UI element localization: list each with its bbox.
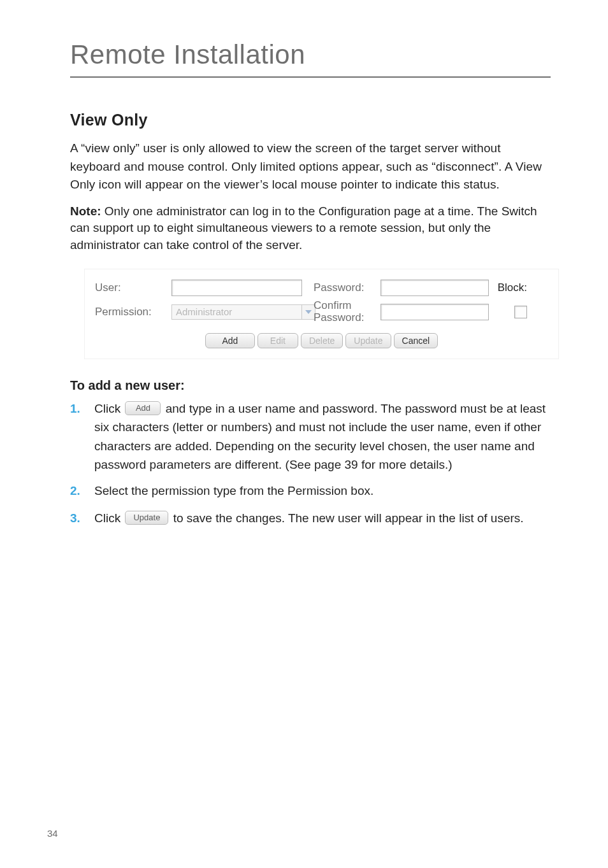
steps-list: 1. Click Add and type in a user name and…: [70, 399, 551, 529]
paragraph-view-only: A “view only” user is only allowed to vi…: [70, 139, 551, 194]
note-paragraph: Note: Only one administrator can log in …: [70, 203, 551, 254]
button-row: Add Edit Delete Update Cancel: [85, 324, 558, 352]
edit-button[interactable]: Edit: [257, 333, 298, 348]
step-number: 2.: [70, 481, 94, 501]
user-label: User:: [95, 281, 171, 294]
confirm-password-label: Confirm Password:: [314, 300, 380, 324]
list-item: 1. Click Add and type in a user name and…: [70, 399, 551, 474]
block-label: Block:: [489, 282, 527, 293]
confirm-password-input[interactable]: [380, 304, 489, 320]
step1-post: and type in a user name and password. Th…: [94, 402, 546, 471]
section-heading-view-only: View Only: [70, 111, 551, 129]
cancel-button[interactable]: Cancel: [394, 333, 438, 348]
page-number: 34: [47, 828, 58, 839]
delete-button[interactable]: Delete: [301, 333, 343, 348]
step2-text: Select the permission type from the Perm…: [94, 481, 373, 500]
list-item: 3. Click Update to save the changes. The…: [70, 509, 551, 528]
list-item: 2. Select the permission type from the P…: [70, 481, 551, 501]
permission-label: Permission:: [95, 306, 171, 318]
permission-value: Administrator: [176, 306, 232, 317]
title-rule: [70, 76, 551, 78]
sub-heading-add-user: To add a new user:: [70, 378, 551, 393]
permission-dropdown[interactable]: Administrator: [171, 304, 302, 320]
step3-post: to save the changes. The new user will a…: [170, 511, 523, 525]
chapter-title: Remote Installation: [70, 39, 551, 70]
step3-pre: Click: [94, 511, 120, 525]
step-number: 1.: [70, 399, 94, 418]
user-form-panel: User: Password: Block: Permission: Admin…: [84, 269, 559, 359]
password-label: Password:: [314, 281, 380, 294]
inline-add-button: Add: [125, 401, 161, 415]
inline-update-button: Update: [125, 511, 168, 525]
note-body: Only one administrator can log in to the…: [70, 204, 537, 252]
step-number: 3.: [70, 509, 94, 528]
user-input[interactable]: [171, 280, 302, 296]
add-button[interactable]: Add: [205, 333, 255, 348]
update-button[interactable]: Update: [345, 333, 391, 348]
password-input[interactable]: [380, 280, 489, 296]
note-label: Note:: [70, 204, 101, 218]
step1-pre: Click: [94, 402, 120, 415]
block-checkbox[interactable]: [514, 306, 527, 318]
